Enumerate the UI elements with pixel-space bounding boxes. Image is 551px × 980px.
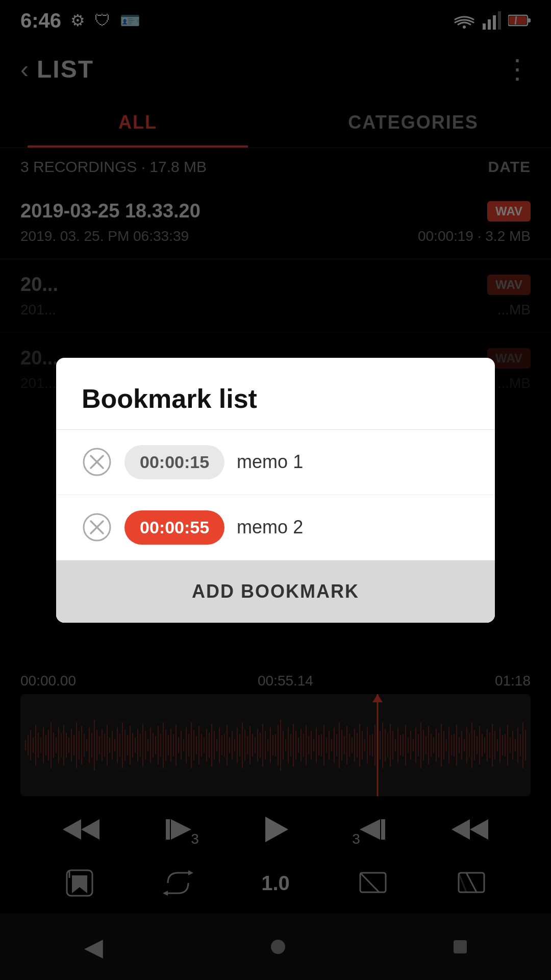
bookmark-time-1[interactable]: 00:00:15 xyxy=(124,445,224,479)
bookmark-dialog: Bookmark list 00:00:15 memo 1 xyxy=(56,358,495,623)
bookmark-memo-2: memo 2 xyxy=(237,517,469,538)
bookmark-memo-1: memo 1 xyxy=(237,451,469,473)
close-circle-icon-1 xyxy=(82,447,112,477)
bookmark-time-2[interactable]: 00:00:55 xyxy=(124,510,224,545)
bookmark-item-2: 00:00:55 memo 2 xyxy=(56,495,495,560)
bookmark-item-1: 00:00:15 memo 1 xyxy=(56,430,495,495)
dialog-title: Bookmark list xyxy=(56,358,495,429)
bookmark-delete-2[interactable] xyxy=(82,512,112,543)
dialog-overlay[interactable]: Bookmark list 00:00:15 memo 1 xyxy=(0,0,551,980)
bookmark-delete-1[interactable] xyxy=(82,447,112,477)
close-circle-icon-2 xyxy=(82,512,112,543)
add-bookmark-button[interactable]: ADD BOOKMARK xyxy=(56,560,495,623)
